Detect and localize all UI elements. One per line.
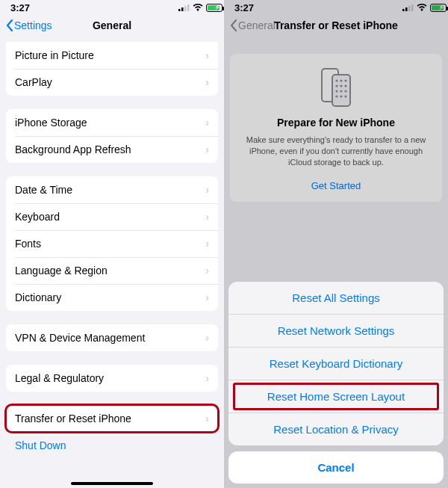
row-label: Fonts	[15, 238, 41, 250]
navbar-general: Settings General	[0, 13, 224, 37]
row-label: Keyboard	[15, 211, 60, 223]
svg-point-11	[340, 79, 342, 81]
wifi-icon	[417, 2, 427, 13]
svg-point-17	[340, 90, 342, 92]
back-button[interactable]: General	[230, 19, 276, 31]
svg-point-16	[335, 90, 337, 92]
row-background-app-refresh[interactable]: Background App Refresh›	[6, 136, 218, 163]
group-media: Picture in Picture› CarPlay›	[6, 42, 218, 96]
svg-rect-0	[178, 9, 181, 11]
svg-point-19	[335, 95, 337, 97]
home-indicator[interactable]	[71, 482, 153, 485]
promo-get-started[interactable]: Get Started	[240, 180, 432, 191]
sheet-reset-home-screen-layout[interactable]: Reset Home Screen Layout	[228, 380, 444, 413]
chevron-right-icon: ›	[205, 184, 209, 196]
row-label: Picture in Picture	[15, 49, 94, 61]
screen-transfer-reset: 3:27 ⚡︎ General Transfer or Reset iPhone	[224, 0, 448, 488]
status-time: 3:27	[234, 2, 254, 13]
group-transfer-reset: Transfer or Reset iPhone›	[6, 405, 218, 432]
svg-point-12	[344, 79, 346, 81]
svg-rect-2	[184, 6, 187, 11]
chevron-left-icon	[230, 19, 237, 31]
svg-rect-3	[187, 4, 190, 11]
svg-point-13	[335, 84, 337, 87]
back-label: General	[238, 19, 276, 31]
row-label: Date & Time	[15, 184, 72, 196]
status-time: 3:27	[10, 2, 30, 13]
chevron-right-icon: ›	[205, 238, 209, 250]
row-vpn-device-management[interactable]: VPN & Device Management›	[6, 324, 218, 351]
battery-icon	[430, 4, 447, 12]
svg-point-15	[344, 84, 346, 87]
row-label: Language & Region	[15, 265, 108, 277]
screen-general: 3:27 ⚡︎ Settings General Picture in Pict…	[0, 0, 224, 488]
chevron-left-icon	[6, 19, 13, 31]
row-label: Shut Down	[15, 439, 66, 451]
svg-rect-4	[402, 9, 405, 11]
chevron-right-icon: ›	[205, 76, 209, 88]
row-label: iPhone Storage	[15, 117, 87, 129]
chevron-right-icon: ›	[205, 143, 209, 155]
sheet-cancel[interactable]: Cancel	[228, 451, 444, 484]
settings-content: Picture in Picture› CarPlay› iPhone Stor…	[0, 42, 224, 459]
signal-icon	[402, 2, 414, 13]
svg-rect-5	[405, 7, 408, 11]
row-legal-regulatory[interactable]: Legal & Regulatory›	[6, 365, 218, 392]
status-bar: 3:27 ⚡︎	[0, 0, 224, 13]
sheet-reset-network-settings[interactable]: Reset Network Settings	[228, 314, 444, 347]
sheet-reset-location-privacy[interactable]: Reset Location & Privacy	[228, 413, 444, 445]
row-transfer-or-reset-iphone[interactable]: Transfer or Reset iPhone›	[6, 405, 218, 432]
svg-rect-6	[408, 6, 411, 11]
sheet-reset-keyboard-dictionary[interactable]: Reset Keyboard Dictionary	[228, 347, 444, 380]
svg-rect-1	[181, 7, 184, 11]
signal-icon	[178, 2, 190, 13]
row-dictionary[interactable]: Dictionary›	[6, 284, 218, 311]
row-label: Dictionary	[15, 291, 61, 303]
chevron-right-icon: ›	[205, 49, 209, 61]
back-label: Settings	[14, 19, 52, 31]
back-button[interactable]: Settings	[6, 19, 52, 31]
svg-point-18	[344, 90, 346, 92]
status-right: ⚡︎	[402, 2, 438, 13]
chevron-right-icon: ›	[205, 332, 209, 344]
row-label: CarPlay	[15, 76, 52, 88]
row-label: Transfer or Reset iPhone	[15, 413, 131, 424]
row-picture-in-picture[interactable]: Picture in Picture›	[6, 42, 218, 69]
reset-action-sheet: Reset All Settings Reset Network Setting…	[228, 282, 444, 484]
phone-transfer-icon	[240, 67, 432, 108]
svg-point-10	[335, 79, 337, 81]
chevron-right-icon: ›	[205, 117, 209, 129]
row-keyboard[interactable]: Keyboard›	[6, 203, 218, 230]
status-right: ⚡︎	[178, 2, 214, 13]
chevron-right-icon: ›	[205, 372, 209, 384]
promo-body: Make sure everything's ready to transfer…	[240, 135, 432, 168]
sheet-label: Reset Home Screen Layout	[267, 390, 405, 403]
group-legal: Legal & Regulatory›	[6, 365, 218, 392]
row-label: VPN & Device Management	[15, 332, 145, 344]
group-locale: Date & Time› Keyboard› Fonts› Language &…	[6, 176, 218, 311]
svg-rect-7	[411, 4, 414, 11]
promo-heading: Prepare for New iPhone	[240, 117, 432, 129]
wifi-icon	[193, 2, 203, 13]
row-date-time[interactable]: Date & Time›	[6, 176, 218, 203]
sheet-reset-all-settings[interactable]: Reset All Settings	[228, 282, 444, 314]
row-shut-down[interactable]: Shut Down	[6, 432, 218, 459]
svg-point-14	[340, 84, 342, 87]
row-language-region[interactable]: Language & Region›	[6, 257, 218, 284]
row-label: Legal & Regulatory	[15, 372, 104, 384]
row-label: Background App Refresh	[15, 143, 131, 155]
row-fonts[interactable]: Fonts›	[6, 230, 218, 257]
row-carplay[interactable]: CarPlay›	[6, 69, 218, 96]
svg-point-21	[344, 95, 346, 97]
row-iphone-storage[interactable]: iPhone Storage›	[6, 109, 218, 136]
chevron-right-icon: ›	[205, 265, 209, 277]
group-storage: iPhone Storage› Background App Refresh›	[6, 109, 218, 163]
svg-point-20	[340, 95, 342, 97]
chevron-right-icon: ›	[205, 291, 209, 303]
chevron-right-icon: ›	[205, 413, 209, 424]
chevron-right-icon: ›	[205, 211, 209, 223]
charging-icon: ⚡︎	[215, 4, 220, 11]
battery-icon	[206, 4, 223, 12]
status-bar: 3:27 ⚡︎	[224, 0, 448, 13]
sheet-options: Reset All Settings Reset Network Setting…	[228, 282, 444, 445]
